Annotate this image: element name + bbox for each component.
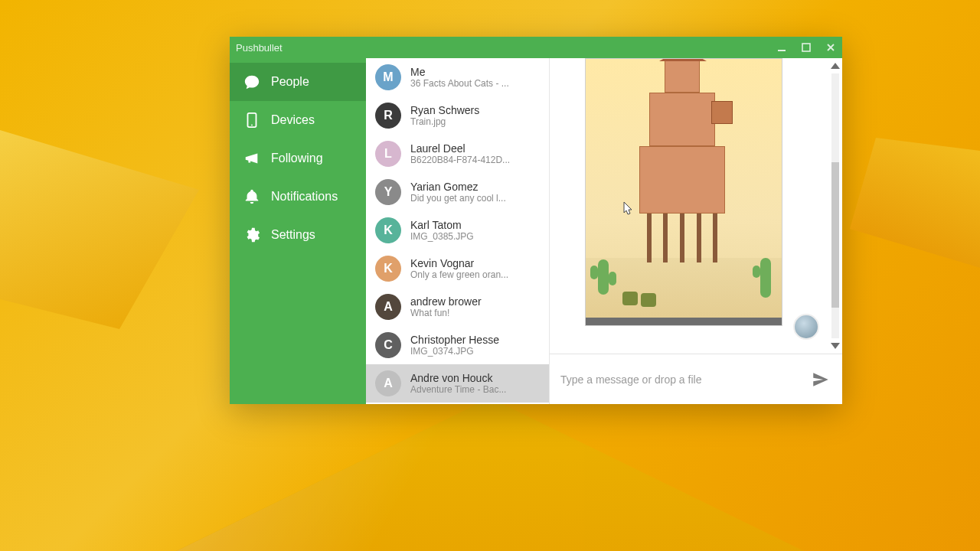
- close-button[interactable]: [825, 42, 836, 53]
- people-item[interactable]: LLaurel DeelB6220B84-F874-412D...: [366, 135, 549, 173]
- people-item[interactable]: KKevin VognarOnly a few green oran...: [366, 249, 549, 288]
- sidebar-item-devices[interactable]: Devices: [230, 101, 366, 139]
- phone-icon: [243, 112, 260, 129]
- people-item[interactable]: Aandrew browerWhat fun!: [366, 288, 549, 326]
- scroll-down-icon[interactable]: [831, 343, 840, 349]
- people-item[interactable]: RRyan SchwersTrain.jpg: [366, 96, 549, 135]
- person-preview: Did you get any cool l...: [410, 193, 506, 204]
- avatar: K: [375, 256, 401, 282]
- desktop-wallpaper: Pushbullet People: [0, 0, 980, 551]
- messages-area[interactable]: [550, 58, 842, 354]
- chat-bubble-icon: [243, 73, 260, 90]
- avatar: M: [375, 64, 401, 90]
- person-preview: Adventure Time - Bac...: [410, 384, 506, 395]
- person-name: Me: [410, 66, 509, 78]
- avatar: A: [375, 370, 401, 396]
- window-title: Pushbullet: [236, 42, 283, 54]
- title-bar[interactable]: Pushbullet: [230, 37, 842, 58]
- person-preview: Train.jpg: [410, 116, 479, 127]
- avatar: L: [375, 141, 401, 167]
- send-icon: [811, 370, 831, 390]
- person-name: Karl Tatom: [410, 219, 474, 231]
- send-button[interactable]: [810, 369, 831, 390]
- avatar: A: [375, 294, 401, 320]
- person-name: Ryan Schwers: [410, 104, 479, 116]
- person-name: Kevin Vognar: [410, 257, 508, 269]
- people-item[interactable]: YYarian GomezDid you get any cool l...: [366, 173, 549, 211]
- people-list[interactable]: MMe36 Facts About Cats - ...RRyan Schwer…: [366, 58, 550, 404]
- sidebar-item-settings[interactable]: Settings: [230, 216, 366, 254]
- people-item[interactable]: MMe36 Facts About Cats - ...: [366, 58, 549, 96]
- sidebar-item-label: People: [271, 75, 309, 89]
- sidebar-item-label: Following: [271, 152, 323, 165]
- sidebar-item-people[interactable]: People: [230, 63, 366, 101]
- avatar: R: [375, 103, 401, 129]
- scroll-up-icon[interactable]: [831, 63, 840, 69]
- sidebar-item-notifications[interactable]: Notifications: [230, 178, 366, 216]
- message-input[interactable]: [560, 373, 801, 386]
- person-preview: Only a few green oran...: [410, 269, 508, 280]
- sidebar-item-label: Settings: [271, 228, 315, 242]
- person-name: Christopher Hesse: [410, 334, 499, 346]
- people-item[interactable]: KKarl TatomIMG_0385.JPG: [366, 211, 549, 249]
- sender-avatar[interactable]: [793, 314, 819, 340]
- people-item[interactable]: AAndre von HouckAdventure Time - Bac...: [366, 364, 549, 403]
- sidebar-item-following[interactable]: Following: [230, 139, 366, 178]
- gear-icon: [243, 227, 260, 243]
- sidebar: People Devices Following: [230, 58, 366, 404]
- app-window: Pushbullet People: [230, 37, 842, 404]
- person-name: Yarian Gomez: [410, 181, 506, 193]
- svg-rect-1: [802, 44, 810, 51]
- person-preview: IMG_0385.JPG: [410, 231, 474, 242]
- avatar: C: [375, 332, 401, 358]
- people-item[interactable]: CChristopher HesseIMG_0374.JPG: [366, 326, 549, 364]
- person-name: Laurel Deel: [410, 142, 510, 155]
- svg-point-3: [251, 125, 253, 126]
- minimize-button[interactable]: [776, 42, 787, 53]
- bell-icon: [243, 188, 260, 205]
- sidebar-item-label: Devices: [271, 113, 315, 127]
- message-image[interactable]: [585, 58, 782, 326]
- avatar: Y: [375, 179, 401, 205]
- wallpaper-fold: [176, 398, 804, 551]
- person-name: Andre von Houck: [410, 372, 506, 384]
- scrollbar[interactable]: [830, 63, 841, 349]
- person-preview: B6220B84-F874-412D...: [410, 155, 510, 165]
- person-preview: What fun!: [410, 308, 482, 318]
- person-preview: IMG_0374.JPG: [410, 346, 499, 357]
- megaphone-icon: [243, 150, 260, 167]
- svg-rect-0: [778, 50, 786, 51]
- avatar: K: [375, 217, 401, 243]
- maximize-button[interactable]: [801, 42, 812, 53]
- person-preview: 36 Facts About Cats - ...: [410, 78, 509, 89]
- sidebar-item-label: Notifications: [271, 190, 338, 204]
- chat-pane: [550, 58, 842, 404]
- scroll-thumb[interactable]: [831, 162, 839, 308]
- composer: [550, 354, 842, 404]
- person-name: andrew brower: [410, 295, 482, 308]
- window-buttons: [776, 42, 836, 53]
